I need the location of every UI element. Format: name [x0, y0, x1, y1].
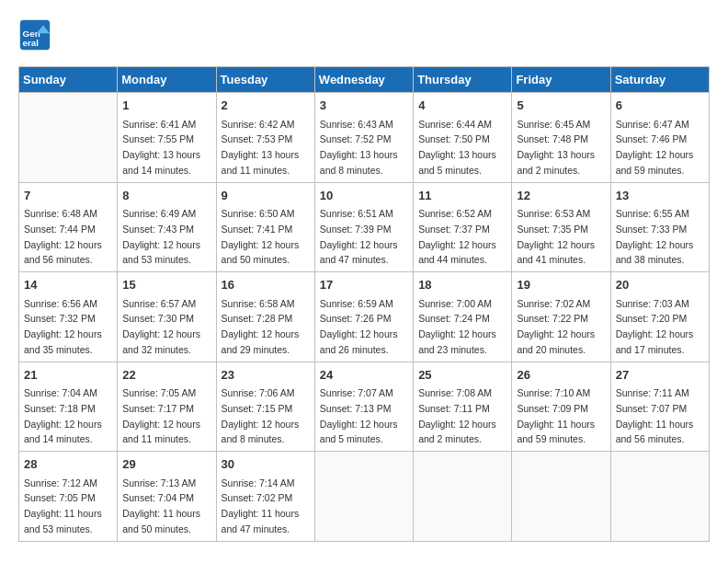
column-header-monday: Monday [118, 67, 216, 93]
calendar-cell: 7 Sunrise: 6:48 AM Sunset: 7:44 PM Dayli… [19, 182, 118, 272]
day-number: 19 [517, 276, 605, 294]
daylight-info: Daylight: 12 hours and 11 minutes. [122, 419, 200, 445]
calendar-cell: 21 Sunrise: 7:04 AM Sunset: 7:18 PM Dayl… [19, 362, 118, 452]
daylight-info: Daylight: 11 hours and 50 minutes. [122, 508, 200, 534]
sunrise-info: Sunrise: 6:59 AM [320, 298, 393, 309]
daylight-info: Daylight: 13 hours and 2 minutes. [517, 149, 595, 176]
sunset-info: Sunset: 7:52 PM [320, 133, 392, 144]
daylight-info: Daylight: 13 hours and 11 minutes. [222, 149, 300, 176]
day-number: 18 [418, 276, 506, 294]
daylight-info: Daylight: 11 hours and 56 minutes. [616, 419, 694, 445]
day-number: 15 [122, 276, 210, 294]
sunset-info: Sunset: 7:17 PM [122, 403, 194, 414]
day-number: 12 [517, 187, 605, 205]
sunset-info: Sunset: 7:04 PM [122, 492, 194, 503]
logo: Gen eral [18, 18, 55, 52]
calendar-cell: 19 Sunrise: 7:02 AM Sunset: 7:22 PM Dayl… [512, 272, 610, 362]
daylight-info: Daylight: 12 hours and 50 minutes. [222, 239, 300, 266]
daylight-info: Daylight: 12 hours and 41 minutes. [517, 239, 595, 266]
daylight-info: Daylight: 11 hours and 47 minutes. [222, 508, 300, 534]
daylight-info: Daylight: 12 hours and 38 minutes. [616, 239, 694, 266]
sunset-info: Sunset: 7:26 PM [320, 313, 392, 324]
sunset-info: Sunset: 7:43 PM [122, 224, 194, 235]
sunset-info: Sunset: 7:41 PM [222, 224, 293, 235]
sunrise-info: Sunrise: 7:07 AM [320, 387, 393, 398]
sunset-info: Sunset: 7:35 PM [517, 224, 588, 235]
sunrise-info: Sunrise: 7:08 AM [418, 387, 492, 398]
day-number: 24 [320, 366, 408, 385]
day-number: 9 [222, 187, 310, 205]
sunrise-info: Sunrise: 7:06 AM [222, 387, 295, 398]
calendar-cell: 4 Sunrise: 6:44 AM Sunset: 7:50 PM Dayli… [414, 93, 512, 183]
calendar-cell: 24 Sunrise: 7:07 AM Sunset: 7:13 PM Dayl… [314, 362, 413, 452]
day-number: 3 [320, 97, 408, 115]
calendar-cell: 25 Sunrise: 7:08 AM Sunset: 7:11 PM Dayl… [414, 362, 512, 452]
day-number: 30 [222, 455, 310, 474]
daylight-info: Daylight: 12 hours and 44 minutes. [418, 239, 496, 266]
calendar-cell: 5 Sunrise: 6:45 AM Sunset: 7:48 PM Dayli… [512, 93, 610, 183]
calendar-cell: 16 Sunrise: 6:58 AM Sunset: 7:28 PM Dayl… [216, 272, 314, 362]
sunrise-info: Sunrise: 7:10 AM [517, 387, 590, 398]
calendar-cell [19, 93, 118, 183]
column-header-sunday: Sunday [19, 67, 118, 93]
calendar-cell [512, 452, 610, 542]
daylight-info: Daylight: 12 hours and 35 minutes. [24, 328, 102, 355]
sunrise-info: Sunrise: 7:14 AM [222, 477, 295, 488]
daylight-info: Daylight: 13 hours and 5 minutes. [418, 149, 496, 176]
sunrise-info: Sunrise: 6:42 AM [222, 119, 295, 130]
sunset-info: Sunset: 7:37 PM [418, 224, 490, 235]
calendar-table: SundayMondayTuesdayWednesdayThursdayFrid… [18, 66, 710, 542]
sunset-info: Sunset: 7:55 PM [122, 133, 194, 144]
page-header: Gen eral [18, 18, 710, 52]
day-number: 21 [24, 366, 112, 385]
day-number: 25 [418, 366, 506, 385]
sunset-info: Sunset: 7:32 PM [24, 313, 96, 324]
sunset-info: Sunset: 7:30 PM [122, 313, 194, 324]
column-header-friday: Friday [512, 67, 610, 93]
sunrise-info: Sunrise: 6:56 AM [24, 298, 97, 309]
column-header-saturday: Saturday [610, 67, 709, 93]
sunset-info: Sunset: 7:09 PM [517, 403, 588, 414]
calendar-cell: 8 Sunrise: 6:49 AM Sunset: 7:43 PM Dayli… [118, 182, 216, 272]
sunrise-info: Sunrise: 6:57 AM [122, 298, 196, 309]
sunset-info: Sunset: 7:05 PM [24, 492, 96, 503]
daylight-info: Daylight: 13 hours and 8 minutes. [320, 149, 398, 176]
svg-text:eral: eral [23, 38, 40, 48]
calendar-cell: 12 Sunrise: 6:53 AM Sunset: 7:35 PM Dayl… [512, 182, 610, 272]
sunrise-info: Sunrise: 6:43 AM [320, 119, 393, 130]
day-number: 22 [122, 366, 210, 385]
sunset-info: Sunset: 7:07 PM [616, 403, 688, 414]
sunset-info: Sunset: 7:11 PM [418, 403, 490, 414]
daylight-info: Daylight: 12 hours and 23 minutes. [418, 328, 496, 355]
calendar-cell: 6 Sunrise: 6:47 AM Sunset: 7:46 PM Dayli… [610, 93, 709, 183]
daylight-info: Daylight: 12 hours and 20 minutes. [517, 328, 595, 355]
day-number: 5 [517, 97, 605, 115]
day-number: 7 [24, 187, 112, 205]
sunrise-info: Sunrise: 7:05 AM [122, 387, 196, 398]
day-number: 6 [616, 97, 704, 115]
sunrise-info: Sunrise: 7:13 AM [122, 477, 196, 488]
daylight-info: Daylight: 12 hours and 56 minutes. [24, 239, 102, 266]
day-number: 17 [320, 276, 408, 294]
calendar-week-1: 1 Sunrise: 6:41 AM Sunset: 7:55 PM Dayli… [19, 93, 710, 183]
daylight-info: Daylight: 12 hours and 2 minutes. [418, 419, 496, 445]
column-header-tuesday: Tuesday [216, 67, 314, 93]
calendar-cell [414, 452, 512, 542]
calendar-cell: 15 Sunrise: 6:57 AM Sunset: 7:30 PM Dayl… [118, 272, 216, 362]
calendar-cell: 20 Sunrise: 7:03 AM Sunset: 7:20 PM Dayl… [610, 272, 709, 362]
daylight-info: Daylight: 12 hours and 53 minutes. [122, 239, 200, 266]
day-number: 13 [616, 187, 704, 205]
calendar-cell: 22 Sunrise: 7:05 AM Sunset: 7:17 PM Dayl… [118, 362, 216, 452]
sunset-info: Sunset: 7:46 PM [616, 133, 688, 144]
sunset-info: Sunset: 7:02 PM [222, 492, 293, 503]
day-number: 1 [122, 97, 210, 115]
sunset-info: Sunset: 7:24 PM [418, 313, 490, 324]
calendar-cell [314, 452, 413, 542]
column-header-wednesday: Wednesday [314, 67, 413, 93]
sunrise-info: Sunrise: 7:03 AM [616, 298, 689, 309]
daylight-info: Daylight: 12 hours and 17 minutes. [616, 328, 694, 355]
calendar-header-row: SundayMondayTuesdayWednesdayThursdayFrid… [19, 67, 710, 93]
day-number: 14 [24, 276, 112, 294]
day-number: 4 [418, 97, 506, 115]
sunrise-info: Sunrise: 6:48 AM [24, 208, 97, 219]
